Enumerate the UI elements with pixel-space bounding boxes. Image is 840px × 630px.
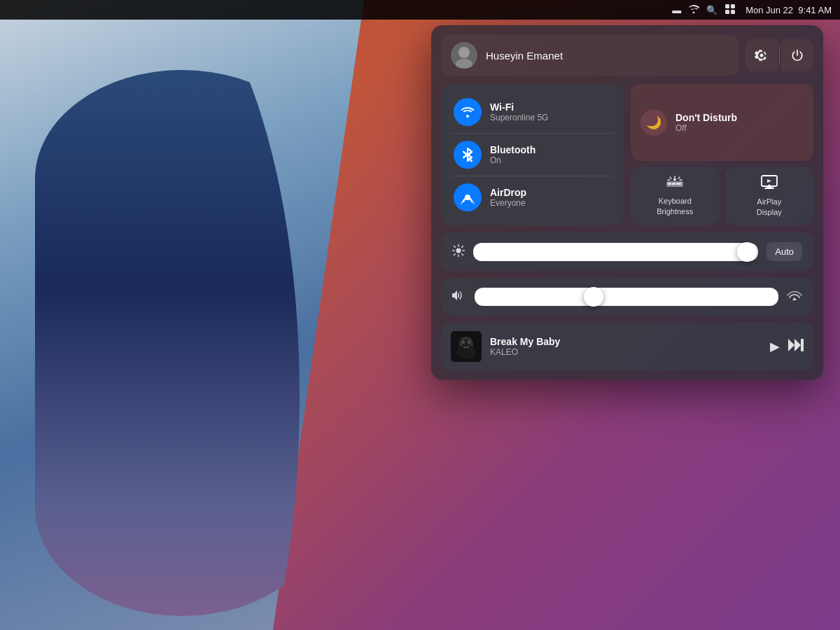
- svg-line-32: [454, 246, 456, 247]
- user-name: Huseyin Emanet: [486, 50, 563, 62]
- svg-marker-42: [788, 339, 794, 351]
- wifi-subtitle: Superonline 5G: [490, 113, 548, 122]
- user-actions: [746, 39, 813, 71]
- svg-rect-15: [670, 183, 671, 185]
- brightness-auto-button[interactable]: Auto: [766, 242, 802, 261]
- svg-rect-44: [801, 339, 804, 351]
- now-playing: Break My Baby KALEO ▶: [441, 323, 813, 370]
- menubar: ▬ 🔍 Wi-Fi Mon Jun 22 9:41 AM: [0, 0, 840, 20]
- battery-icon[interactable]: ▬: [672, 5, 681, 15]
- avatar: [451, 42, 477, 69]
- divider1: [451, 133, 614, 134]
- dont-disturb-toggle[interactable]: 🌙 Don't Disturb Off: [631, 84, 813, 161]
- volume-icon: [452, 290, 466, 304]
- track-info: Break My Baby KALEO: [490, 336, 762, 357]
- user-row: Huseyin Emanet: [441, 35, 813, 76]
- play-button[interactable]: ▶: [770, 339, 780, 354]
- search-icon[interactable]: 🔍: [706, 5, 718, 15]
- dont-disturb-text: Don't Disturb Off: [676, 112, 737, 133]
- power-button[interactable]: [781, 39, 813, 71]
- svg-point-27: [456, 248, 461, 253]
- action-divider: [779, 46, 780, 65]
- wifi-icon[interactable]: [688, 4, 699, 15]
- control-center-panel: Huseyin Emanet: [431, 25, 823, 380]
- wifi-icon-circle: [454, 98, 482, 126]
- svg-rect-16: [674, 183, 676, 185]
- volume-track[interactable]: [475, 288, 778, 306]
- brightness-slider-row: Auto: [441, 232, 813, 271]
- brightness-icon: [452, 244, 465, 260]
- bluetooth-icon-circle: [454, 141, 482, 169]
- bluetooth-text: Bluetooth On: [490, 144, 536, 165]
- skip-button[interactable]: [788, 339, 804, 355]
- track-artist: KALEO: [490, 347, 762, 357]
- bluetooth-toggle[interactable]: Bluetooth On: [451, 135, 614, 174]
- svg-line-20: [678, 177, 680, 178]
- dont-disturb-icon: 🌙: [640, 109, 667, 136]
- right-toggles: 🌙 Don't Disturb Off: [631, 84, 813, 225]
- volume-airplay-button[interactable]: [787, 288, 802, 306]
- wifi-title: Wi-Fi: [490, 102, 548, 113]
- svg-rect-0: [725, 4, 729, 8]
- airdrop-subtitle: Everyone: [490, 198, 526, 208]
- svg-point-23: [673, 178, 676, 181]
- menubar-datetime: Mon Jun 22 9:41 AM: [746, 5, 832, 15]
- svg-rect-3: [731, 10, 735, 14]
- divider2: [451, 176, 614, 176]
- svg-line-33: [462, 253, 463, 255]
- keyboard-brightness-toggle[interactable]: Keyboard Brightness: [631, 167, 720, 225]
- bluetooth-subtitle: On: [490, 155, 536, 165]
- menubar-icons: ▬ 🔍 Wi-Fi Mon Jun 22 9:41 AM: [672, 4, 832, 17]
- wifi-text: Wi-Fi Superonline 5G: [490, 102, 548, 122]
- svg-marker-43: [794, 339, 801, 351]
- playback-controls: ▶: [770, 339, 804, 355]
- airdrop-toggle[interactable]: AirDrop Everyone: [451, 178, 614, 217]
- bluetooth-title: Bluetooth: [490, 144, 536, 155]
- svg-marker-26: [767, 179, 771, 183]
- svg-line-19: [670, 177, 671, 178]
- svg-line-34: [462, 246, 463, 247]
- volume-thumb[interactable]: [584, 287, 603, 307]
- dont-disturb-subtitle: Off: [676, 123, 737, 133]
- bottom-toggles: Keyboard Brightness: [631, 167, 813, 225]
- svg-point-41: [468, 341, 470, 344]
- volume-slider-row: [441, 278, 813, 316]
- keyboard-brightness-icon: [666, 176, 683, 192]
- airplay-display-toggle[interactable]: AirPlay Display: [725, 167, 814, 225]
- svg-line-35: [454, 253, 456, 255]
- user-card[interactable]: Huseyin Emanet: [441, 35, 738, 76]
- airdrop-title: AirDrop: [490, 187, 526, 198]
- airplay-display-icon: [761, 175, 778, 192]
- svg-rect-17: [678, 183, 681, 185]
- track-title: Break My Baby: [490, 336, 762, 347]
- svg-point-5: [458, 47, 470, 58]
- control-center-icon[interactable]: [724, 4, 736, 17]
- wifi-toggle[interactable]: Wi-Fi Superonline 5G: [451, 92, 614, 132]
- svg-point-40: [462, 341, 465, 344]
- svg-rect-1: [731, 4, 735, 8]
- dont-disturb-title: Don't Disturb: [676, 112, 737, 123]
- svg-rect-2: [725, 10, 729, 14]
- brightness-track[interactable]: [473, 243, 758, 261]
- brightness-thumb[interactable]: [737, 242, 757, 262]
- airdrop-text: AirDrop Everyone: [490, 187, 526, 208]
- network-toggles: Wi-Fi Superonline 5G: [441, 84, 624, 225]
- network-grid: Wi-Fi Superonline 5G: [441, 84, 813, 225]
- airdrop-icon-circle: [454, 183, 482, 211]
- airplay-display-label: AirPlay Display: [757, 197, 782, 217]
- settings-button[interactable]: [746, 39, 778, 71]
- keyboard-brightness-label: Keyboard Brightness: [657, 196, 693, 216]
- album-art: [451, 331, 482, 362]
